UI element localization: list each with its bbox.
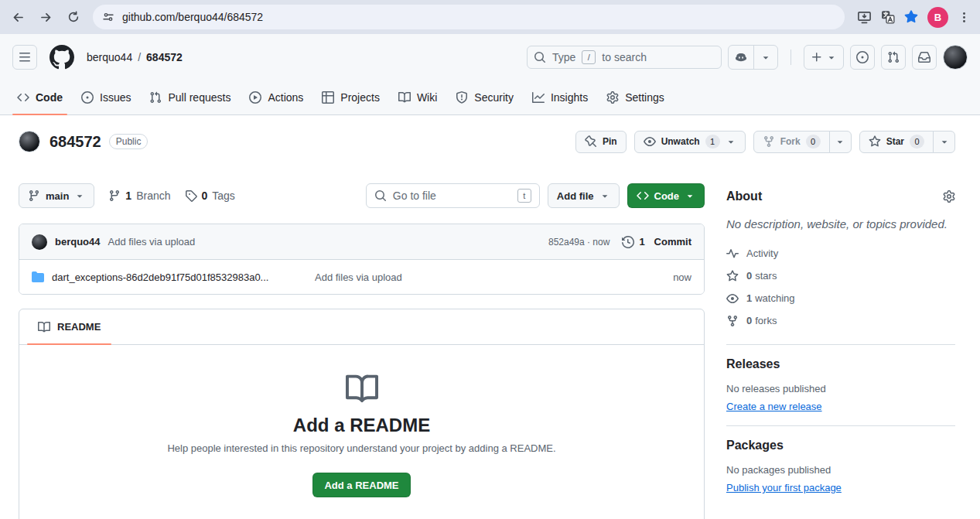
repo-header: 684572 Public Pin Unwatch 1 Fork 0 [19, 128, 955, 155]
inbox-button[interactable] [912, 45, 937, 70]
star-dropdown-button[interactable] [933, 131, 955, 153]
forks-link[interactable]: 0forks [726, 309, 955, 332]
file-name-link[interactable]: dart_exceptions-86d2deb91f75d01f8532983a… [52, 271, 268, 283]
git-branch-icon [28, 190, 40, 202]
repo-title: 684572 [50, 133, 101, 151]
repo-tab-nav: Code Issues Pull requests Actions Projec… [0, 80, 980, 115]
create-new-button[interactable] [804, 46, 843, 69]
browser-actions: B [852, 7, 975, 28]
chevron-down-icon [726, 136, 736, 147]
global-nav-menu-button[interactable] [12, 45, 37, 70]
about-title: About [726, 190, 762, 203]
pull-requests-header-button[interactable] [881, 45, 906, 70]
file-browser: berquo44 Add files via upload 852a49a · … [19, 224, 705, 295]
chevron-down-icon [826, 52, 837, 63]
translate-icon[interactable] [881, 10, 895, 24]
packages-empty-text: No packages published [726, 464, 955, 476]
browser-reload-button[interactable] [60, 4, 87, 30]
user-avatar[interactable] [943, 45, 968, 70]
search-icon [534, 51, 546, 63]
add-file-button[interactable]: Add file [548, 183, 620, 208]
commit-history-link[interactable]: 1 Commit [622, 236, 691, 248]
url-text: github.com/berquo44/684572 [122, 11, 263, 23]
global-search-input[interactable]: Type / to search [527, 46, 722, 69]
pin-button[interactable]: Pin [575, 131, 627, 153]
fork-button[interactable]: Fork 0 [753, 131, 830, 153]
star-icon [869, 135, 881, 148]
address-bar[interactable]: github.com/berquo44/684572 [93, 5, 845, 29]
tab-settings[interactable]: Settings [599, 80, 672, 114]
commit-author-link[interactable]: berquo44 [55, 236, 101, 248]
github-logo[interactable] [50, 45, 74, 70]
graph-icon [532, 91, 545, 104]
releases-title: Releases [726, 357, 955, 371]
git-pull-request-icon [149, 91, 162, 104]
repo-owner-avatar[interactable] [19, 131, 40, 152]
book-icon [346, 373, 378, 405]
readme-empty-description: Help people interested in this repositor… [50, 442, 673, 454]
code-button[interactable]: Code [627, 183, 705, 208]
site-settings-icon[interactable] [102, 11, 114, 23]
activity-link[interactable]: Activity [726, 242, 955, 265]
copilot-dropdown-button[interactable] [753, 46, 777, 69]
repo-forked-icon [763, 135, 775, 148]
commit-author-avatar[interactable] [32, 234, 47, 250]
tab-insights[interactable]: Insights [524, 80, 596, 114]
code-toolbar: main 1Branch 0Tags Go t [19, 183, 705, 208]
tab-projects[interactable]: Projects [314, 80, 388, 114]
inbox-icon [918, 51, 930, 63]
pin-icon [585, 135, 597, 148]
issue-opened-icon [81, 91, 94, 104]
commit-message-link[interactable]: Add files via upload [108, 236, 196, 248]
chevron-down-icon [599, 190, 610, 201]
breadcrumb-owner-link[interactable]: berquo44 [87, 51, 132, 63]
search-icon [374, 190, 387, 202]
file-row[interactable]: dart_exceptions-86d2deb91f75d01f8532983a… [19, 260, 704, 294]
repo-forked-icon [726, 315, 739, 327]
t-key-hint: t [517, 189, 531, 203]
publish-package-link[interactable]: Publish your first package [726, 482, 842, 493]
add-readme-button[interactable]: Add a README [312, 473, 410, 497]
tags-link[interactable]: 0Tags [185, 190, 235, 202]
tab-actions[interactable]: Actions [241, 80, 311, 114]
book-icon [398, 91, 411, 104]
watchers-link[interactable]: 1watching [726, 287, 955, 309]
create-release-link[interactable]: Create a new release [726, 401, 822, 412]
about-settings-button[interactable] [943, 190, 955, 203]
issues-header-button[interactable] [850, 45, 875, 70]
branch-selector[interactable]: main [19, 183, 94, 208]
watch-count: 1 [705, 135, 720, 149]
star-button[interactable]: Star 0 [859, 131, 934, 153]
eye-icon [644, 135, 656, 148]
copilot-button-group [728, 45, 778, 70]
browser-profile-avatar[interactable]: B [927, 7, 948, 28]
fork-count: 0 [806, 135, 821, 149]
browser-menu-icon[interactable] [958, 11, 971, 24]
breadcrumb-repo-link[interactable]: 684572 [146, 51, 183, 63]
go-to-file-input[interactable]: Go to file t [366, 183, 540, 208]
save-to-device-icon[interactable] [857, 10, 872, 25]
fork-dropdown-button[interactable] [829, 131, 852, 153]
latest-commit-bar: berquo44 Add files via upload 852a49a · … [19, 224, 704, 260]
breadcrumb-separator: / [138, 51, 141, 63]
repo-sidebar: About No description, website, or topics… [726, 183, 955, 494]
readme-panel: README Add a README Help people interest… [19, 309, 705, 519]
tab-pull-requests[interactable]: Pull requests [142, 80, 238, 114]
branches-link[interactable]: 1Branch [108, 190, 170, 202]
readme-tab[interactable]: README [26, 309, 113, 344]
file-commit-message-link[interactable]: Add files via upload [315, 271, 673, 283]
create-new-button-group [804, 45, 844, 70]
tab-wiki[interactable]: Wiki [391, 80, 445, 114]
browser-forward-button[interactable] [32, 4, 59, 30]
github-header: berquo44 / 684572 Type / to search [0, 34, 980, 80]
browser-back-button[interactable] [5, 4, 31, 30]
unwatch-button[interactable]: Unwatch 1 [634, 131, 746, 153]
bookmark-star-icon[interactable] [904, 10, 918, 24]
tab-code[interactable]: Code [9, 80, 70, 114]
breadcrumb: berquo44 / 684572 [87, 51, 183, 63]
gear-icon [943, 190, 955, 203]
tab-issues[interactable]: Issues [73, 80, 138, 114]
stars-link[interactable]: 0stars [726, 265, 955, 287]
copilot-button[interactable] [729, 46, 753, 69]
tab-security[interactable]: Security [448, 80, 521, 114]
